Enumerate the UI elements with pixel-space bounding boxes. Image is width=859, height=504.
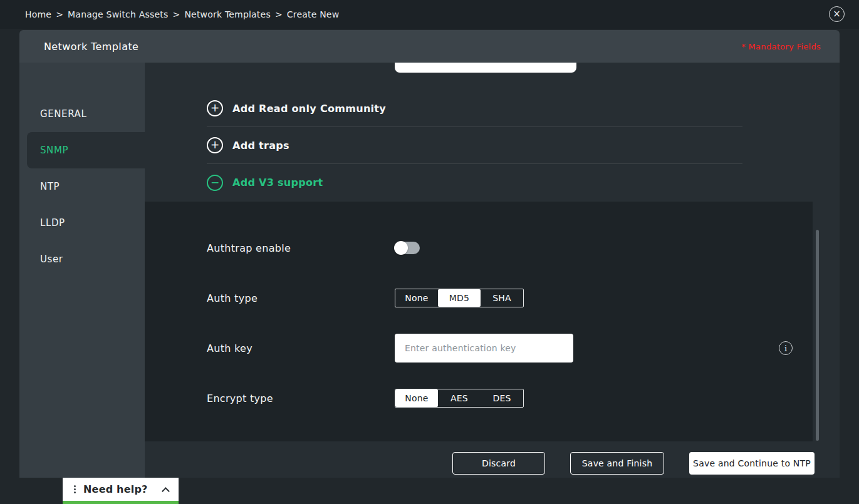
encrypt-type-row: Encrypt type None AES DES <box>145 373 813 423</box>
mandatory-fields-note: * Mandatory Fields <box>741 42 821 51</box>
breadcrumb-item-manage-switch-assets[interactable]: Manage Switch Assets <box>68 9 168 19</box>
auth-type-option-md5[interactable]: MD5 <box>438 289 481 307</box>
sidebar-item-label: User <box>40 254 63 265</box>
card-body: GENERAL SNMP NTP LLDP User + Add Read on… <box>19 63 840 478</box>
auth-type-option-none[interactable]: None <box>395 289 438 307</box>
section-add-v3-support[interactable]: − Add V3 support <box>207 164 742 201</box>
close-icon: × <box>833 9 841 19</box>
sidebar-item-user[interactable]: User <box>19 241 145 277</box>
encrypt-type-label: Encrypt type <box>207 393 395 404</box>
section-label: Add V3 support <box>232 177 323 188</box>
authtrap-row: Authtrap enable <box>145 223 813 273</box>
auth-key-row: Auth key i <box>145 323 813 373</box>
plus-circle-icon: + <box>207 100 223 116</box>
sidebar-item-label: NTP <box>40 181 60 192</box>
sidebar-item-label: LLDP <box>40 217 65 229</box>
auth-type-label: Auth type <box>207 292 395 304</box>
save-and-finish-button[interactable]: Save and Finish <box>570 452 664 475</box>
breadcrumb-item-network-templates[interactable]: Network Templates <box>184 9 270 19</box>
sidebar-item-label: SNMP <box>40 145 68 156</box>
breadcrumb-separator: > <box>172 9 180 19</box>
auth-type-row: Auth type None MD5 SHA <box>145 273 813 323</box>
partial-input-above[interactable] <box>395 63 576 73</box>
need-help-label: Need help? <box>83 483 148 495</box>
sidebar-item-snmp[interactable]: SNMP <box>27 132 145 168</box>
discard-button[interactable]: Discard <box>452 452 545 475</box>
toggle-knob <box>394 241 408 255</box>
auth-type-option-sha[interactable]: SHA <box>481 289 523 307</box>
info-icon[interactable]: i <box>779 341 793 355</box>
section-add-traps[interactable]: + Add traps <box>207 127 742 164</box>
sidebar-item-ntp[interactable]: NTP <box>19 168 145 205</box>
auth-key-input[interactable] <box>395 334 573 363</box>
scrollbar[interactable] <box>816 230 819 441</box>
section-add-read-only-community[interactable]: + Add Read only Community <box>207 90 742 127</box>
breadcrumb-item-create-new: Create New <box>287 9 340 19</box>
section-label: Add Read only Community <box>232 103 386 115</box>
sidebar-item-general[interactable]: GENERAL <box>19 96 145 132</box>
authtrap-label: Authtrap enable <box>207 242 395 254</box>
encrypt-type-option-none[interactable]: None <box>395 389 438 407</box>
info-icon-glyph: i <box>784 344 787 352</box>
kebab-icon <box>74 488 76 490</box>
breadcrumb-bar: Home > Manage Switch Assets > Network Te… <box>0 0 859 29</box>
v3-support-panel: Authtrap enable Auth type None MD5 SHA A… <box>145 202 813 441</box>
section-label: Add traps <box>232 140 289 152</box>
save-and-continue-button[interactable]: Save and Continue to NTP <box>689 452 815 475</box>
auth-key-label: Auth key <box>207 342 395 354</box>
auth-type-segment: None MD5 SHA <box>395 289 524 307</box>
need-help-button[interactable]: Need help? <box>63 478 179 504</box>
footer-actions: Discard Save and Finish Save and Continu… <box>452 452 815 475</box>
encrypt-type-option-des[interactable]: DES <box>481 389 523 407</box>
sidebar-item-lldp[interactable]: LLDP <box>19 205 145 241</box>
encrypt-type-segment: None AES DES <box>395 389 524 408</box>
minus-circle-icon: − <box>207 175 223 191</box>
breadcrumb-item-home[interactable]: Home <box>25 9 51 19</box>
chevron-up-icon <box>162 487 170 495</box>
breadcrumb-separator: > <box>56 9 63 19</box>
encrypt-type-option-aes[interactable]: AES <box>438 389 481 407</box>
breadcrumb-separator: > <box>275 9 283 19</box>
sidebar: GENERAL SNMP NTP LLDP User <box>19 63 145 478</box>
authtrap-toggle[interactable] <box>395 242 420 254</box>
network-template-card: Network Template * Mandatory Fields GENE… <box>19 30 840 478</box>
content-area: + Add Read only Community + Add traps − … <box>145 63 840 478</box>
snmp-sections: + Add Read only Community + Add traps − … <box>207 90 742 201</box>
plus-circle-icon: + <box>207 137 223 153</box>
close-button[interactable]: × <box>829 6 845 22</box>
sidebar-item-label: GENERAL <box>40 108 86 120</box>
page-title: Network Template <box>44 41 138 53</box>
breadcrumb: Home > Manage Switch Assets > Network Te… <box>25 9 339 19</box>
card-header: Network Template * Mandatory Fields <box>19 30 840 63</box>
